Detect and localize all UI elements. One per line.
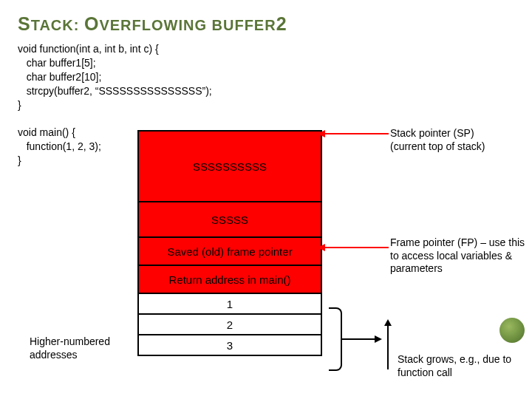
cell-arg-3: 3 (137, 334, 322, 356)
cell-arg-1: 1 (137, 293, 322, 315)
cell-buffer2: SSSSSSSSSS (137, 130, 322, 202)
higher-addresses-label: Higher-numbered addresses (30, 335, 133, 361)
cell-buffer1: SSSSS (137, 201, 322, 238)
stack-column: SSSSSSSSSS SSSSS Saved (old) frame point… (137, 132, 322, 356)
decorative-sphere-icon (499, 318, 525, 343)
cell-return-addr: Return address in main() (137, 265, 322, 294)
args-brace-tip (375, 335, 382, 343)
args-brace (329, 307, 342, 371)
slide-title: STACK: OVERFLOWING BUFFER2 (18, 13, 514, 35)
cell-saved-fp: Saved (old) frame pointer (137, 236, 322, 266)
cell-arg-2: 2 (137, 313, 322, 335)
sp-label: Stack pointer (SP) (current top of stack… (390, 127, 527, 153)
stack-grows-arrow (387, 325, 389, 369)
fp-label: Frame pointer (FP) – use this to access … (390, 236, 527, 276)
stack-grows-label: Stack grows, e.g., due to function call (398, 353, 525, 379)
